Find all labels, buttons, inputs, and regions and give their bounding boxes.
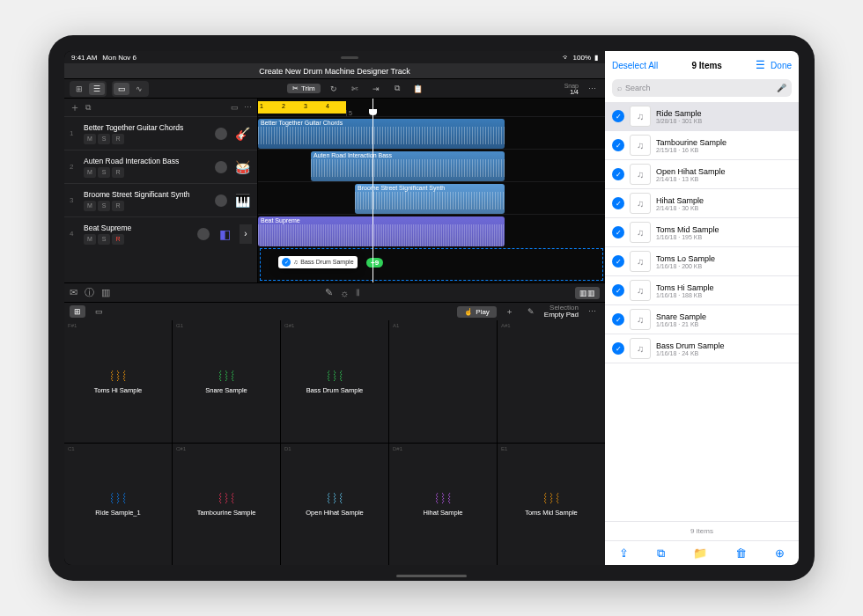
instrument-icon[interactable]: 🎹 — [232, 191, 252, 210]
solo-button[interactable]: S — [98, 201, 110, 211]
drum-pad[interactable]: A#1 — [498, 320, 605, 443]
check-icon[interactable]: ✓ — [612, 197, 624, 209]
record-button[interactable]: R — [112, 134, 124, 144]
pencil-icon[interactable]: ✎ — [325, 287, 333, 298]
instrument-icon[interactable]: ◧ — [215, 224, 234, 244]
move-icon[interactable]: 📁 — [693, 546, 707, 560]
drum-pad[interactable]: G#1 ⧙⧘⧙ Bass Drum Sample — [281, 320, 388, 443]
mic-icon[interactable]: 🎤 — [777, 84, 786, 92]
file-row[interactable]: ✓ ♫ Snare Sample 1/16/18 · 21 KB — [605, 305, 799, 334]
more-button[interactable]: ⋯ — [584, 83, 600, 95]
file-row[interactable]: ✓ ♫ Toms Mid Sample 1/16/18 · 195 KB — [605, 218, 799, 247]
drum-pad[interactable]: A1 — [389, 320, 497, 443]
file-row[interactable]: ✓ ♫ Toms Hi Sample 1/16/18 · 188 KB — [605, 276, 799, 305]
volume-knob[interactable] — [215, 161, 227, 173]
record-button[interactable]: R — [112, 201, 124, 211]
join-button[interactable]: ⇥ — [368, 83, 384, 95]
region-4[interactable]: Beat Supreme — [258, 216, 505, 246]
keyboard-button[interactable]: ▥▥ — [575, 287, 600, 299]
copy-button[interactable]: ⧉ — [389, 83, 405, 95]
paste-button[interactable]: 📋 — [410, 83, 426, 95]
check-icon[interactable]: ✓ — [612, 139, 624, 151]
pad-edit-button[interactable]: ✎ — [523, 305, 539, 318]
trim-tool[interactable]: ✂ Trim — [287, 84, 321, 93]
pad-grid-button[interactable]: ⊞ — [70, 305, 85, 318]
files-list[interactable]: ✓ ♫ Ride Sample 3/28/18 · 301 KB ✓ ♫ Tam… — [605, 102, 799, 521]
instrument-icon[interactable]: 🥁 — [232, 158, 252, 177]
pad-more-button[interactable]: ⋯ — [584, 305, 600, 318]
mute-button[interactable]: M — [84, 134, 96, 144]
volume-knob[interactable] — [215, 194, 227, 207]
brightness-icon[interactable]: ☼ — [340, 288, 349, 298]
dragged-file[interactable]: ✓ ♫ Bass Drum Sample — [278, 256, 358, 268]
solo-button[interactable]: S — [98, 167, 110, 178]
track-header-2[interactable]: 2 Auten Road Interaction Bass M S R 🥁 — [64, 150, 257, 183]
record-button[interactable]: R — [112, 234, 124, 245]
more-icon[interactable]: ⊕ — [775, 546, 785, 560]
drum-pad[interactable]: C1 ⧙⧘⧙ Ride Sample_1 — [64, 444, 172, 566]
check-icon[interactable]: ✓ — [612, 110, 624, 122]
file-row[interactable]: ✓ ♫ Open Hihat Sample 2/14/18 · 13 KB — [605, 160, 799, 189]
pad-single-button[interactable]: ▭ — [91, 305, 107, 318]
ruler[interactable]: 1234 5 — [258, 99, 605, 116]
solo-button[interactable]: S — [98, 234, 110, 245]
view-list-button[interactable]: ☰ — [89, 83, 105, 95]
search-field[interactable]: ⌕ Search 🎤 — [612, 79, 792, 97]
track-header-3[interactable]: 3 Broome Street Significant Synth M S R … — [64, 183, 257, 216]
file-row[interactable]: ✓ ♫ Bass Drum Sample 1/16/18 · 24 KB — [605, 334, 799, 363]
multitask-pill[interactable] — [341, 56, 358, 59]
track-view-button[interactable]: ▭ — [231, 103, 239, 112]
duplicate-icon[interactable]: ⧉ — [657, 546, 665, 561]
ruler-selection[interactable]: 1234 — [258, 101, 346, 114]
check-icon[interactable]: ✓ — [612, 313, 624, 326]
expand-button[interactable]: › — [240, 224, 252, 244]
timeline[interactable]: 1234 5 Better Together Guitar Chords Aut… — [258, 99, 605, 282]
duplicate-track-button[interactable]: ⧉ — [85, 103, 91, 113]
loop-button[interactable]: ↻ — [326, 83, 342, 95]
view-grid-button[interactable]: ⊞ — [71, 83, 87, 95]
snap-display[interactable]: Snap1/4 — [564, 83, 579, 95]
drum-pad[interactable]: E1 ⧙⧘⧙ Toms Mid Sample — [498, 444, 605, 566]
view-automation-button[interactable]: ∿ — [131, 83, 147, 95]
check-icon[interactable]: ✓ — [612, 342, 624, 355]
drum-pad[interactable]: F#1 ⧙⧘⧙ Toms Hi Sample — [64, 320, 172, 443]
region-2[interactable]: Auten Road Interaction Bass — [311, 151, 505, 181]
playhead[interactable] — [372, 99, 373, 282]
check-icon[interactable]: ✓ — [612, 284, 624, 297]
mute-button[interactable]: M — [84, 167, 96, 178]
check-icon[interactable]: ✓ — [612, 255, 624, 268]
add-track-button[interactable]: ＋ — [70, 100, 80, 115]
drop-zone[interactable]: ✓ ♫ Bass Drum Sample +9 — [260, 248, 603, 281]
list-view-icon[interactable]: ☰ — [756, 59, 765, 71]
solo-button[interactable]: S — [98, 134, 110, 144]
pad-add-button[interactable]: ＋ — [502, 305, 518, 318]
instrument-icon[interactable]: 🎸 — [232, 124, 252, 143]
region-3[interactable]: Broome Street Significant Synth — [355, 184, 505, 214]
file-row[interactable]: ✓ ♫ Ride Sample 3/28/18 · 301 KB — [605, 102, 799, 131]
done-button[interactable]: Done — [771, 61, 792, 70]
drum-pad[interactable]: C#1 ⧙⧘⧙ Tambourine Sample — [173, 444, 280, 566]
region-1[interactable]: Better Together Guitar Chords — [258, 119, 505, 149]
share-icon[interactable]: ⇪ — [619, 546, 629, 560]
file-row[interactable]: ✓ ♫ Hihat Sample 2/14/18 · 30 KB — [605, 189, 799, 218]
drum-pad[interactable]: D1 ⧙⧘⧙ Open Hihat Sample — [281, 444, 388, 566]
cut-button[interactable]: ✄ — [347, 83, 363, 95]
volume-knob[interactable] — [215, 128, 227, 140]
volume-knob[interactable] — [197, 228, 210, 240]
mute-button[interactable]: M — [84, 201, 96, 211]
check-icon[interactable]: ✓ — [612, 226, 624, 238]
track-more-button[interactable]: ⋯ — [244, 103, 252, 112]
deselect-all-button[interactable]: Deselect All — [612, 61, 658, 70]
check-icon[interactable]: ✓ — [612, 168, 624, 180]
library-icon[interactable]: ▥ — [101, 287, 110, 298]
file-row[interactable]: ✓ ♫ Tambourine Sample 2/15/18 · 16 KB — [605, 131, 799, 160]
mixer-icon[interactable]: ⫴ — [356, 287, 360, 298]
trash-icon[interactable]: 🗑 — [735, 546, 747, 560]
mute-button[interactable]: M — [84, 234, 96, 245]
info-icon[interactable]: ⓘ — [85, 286, 94, 299]
track-header-1[interactable]: 1 Better Together Guitar Chords M S R 🎸 — [64, 116, 257, 150]
view-tracks-button[interactable]: ▭ — [114, 83, 129, 95]
drum-pad[interactable]: G1 ⧙⧘⧙ Snare Sample — [173, 320, 280, 443]
track-header-4[interactable]: 4 Beat Supreme M S R ◧ › — [64, 216, 257, 250]
inbox-icon[interactable]: ✉ — [70, 287, 77, 298]
